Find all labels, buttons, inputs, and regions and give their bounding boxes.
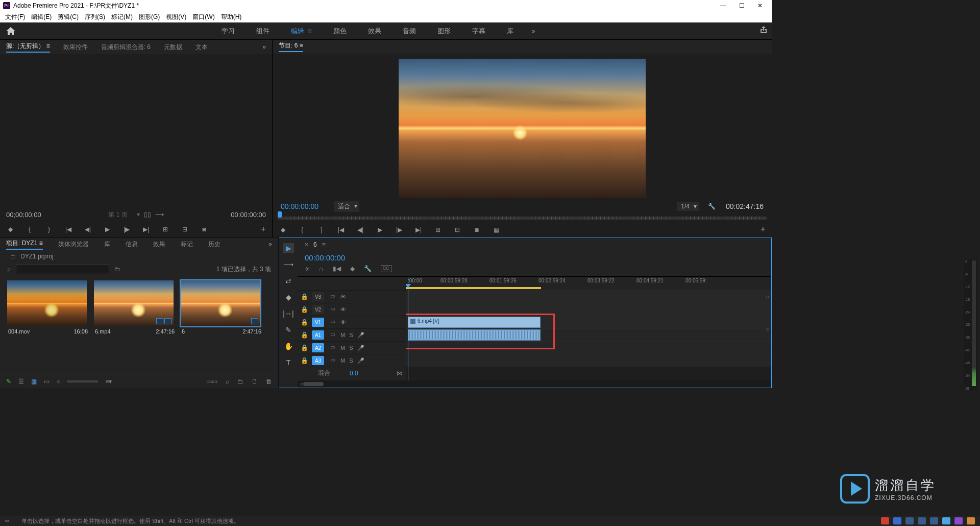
lock-icon[interactable]: 🔒 <box>301 293 308 300</box>
source-fit-icon3[interactable]: ⟶ <box>155 211 164 218</box>
track-a2[interactable] <box>406 341 771 354</box>
new-bin-icon[interactable]: 🗀 <box>114 266 120 273</box>
track-header-a1[interactable]: 🔒A1▭MS🎤 <box>298 328 406 341</box>
voice-over-icon[interactable]: 🎤 <box>357 357 364 364</box>
source-fit-icon2[interactable]: ▯▯ <box>144 211 151 218</box>
tab-audioclip-mixer[interactable]: 音频剪辑混合器: 6 <box>101 43 151 52</box>
automate-icon[interactable]: ▭▭ <box>206 378 217 385</box>
zoom-select[interactable]: 适合 <box>334 201 359 212</box>
tab-media-browser[interactable]: 媒体浏览器 <box>58 240 89 249</box>
marker-icon[interactable]: ◆ <box>350 265 355 272</box>
tab-project[interactable]: 项目: DYZ1 ≡ <box>6 239 43 250</box>
workspace-libraries[interactable]: 库 <box>507 27 513 36</box>
source-timecode-in[interactable]: 00;00;00;00 <box>6 211 41 219</box>
step-forward-icon[interactable]: |▶ <box>122 225 131 233</box>
go-to-in-icon[interactable]: |◀ <box>337 226 345 234</box>
cc-icon[interactable]: CC <box>381 265 391 272</box>
solo-icon[interactable]: S <box>349 345 353 351</box>
menu-view[interactable]: 视图(V) <box>166 13 186 21</box>
project-file[interactable]: DYZ1.prproj <box>20 253 54 260</box>
tab-libraries[interactable]: 库 <box>104 240 110 249</box>
tab-history[interactable]: 历史 <box>208 240 220 249</box>
track-v2[interactable] <box>406 303 771 316</box>
mark-out-icon[interactable]: } <box>317 226 326 234</box>
source-page-label[interactable]: 第 1 页 <box>108 210 127 219</box>
thumbnail-zoom-slider[interactable] <box>67 380 98 382</box>
add-marker-icon[interactable]: ◆ <box>279 226 287 234</box>
scrubber-playhead[interactable] <box>278 211 282 218</box>
search-input[interactable] <box>16 264 109 274</box>
bin-item[interactable]: 004.mov16;08 <box>7 280 89 337</box>
step-forward-icon[interactable]: |▶ <box>395 226 403 234</box>
lock-icon[interactable]: 🔒 <box>301 344 308 351</box>
step-back-icon[interactable]: ◀| <box>84 225 92 233</box>
delete-icon[interactable]: 🗑 <box>266 378 272 385</box>
mark-out-icon[interactable]: } <box>45 225 53 233</box>
work-area-bar[interactable] <box>406 287 541 289</box>
new-bin2-icon[interactable]: 🗀 <box>237 378 243 385</box>
source-patch-icon[interactable]: ▭ <box>328 331 336 339</box>
scroll-handle-icon[interactable]: ○ <box>766 326 769 333</box>
bin-item[interactable]: 62:47:16 <box>181 280 262 337</box>
comparison-icon[interactable]: ▦ <box>492 226 500 234</box>
voice-over-icon[interactable]: 🎤 <box>357 332 364 339</box>
tab-program[interactable]: 节目: 6 ≡ <box>279 41 303 52</box>
track-v1[interactable]: 6.mp4 [V] <box>406 316 771 328</box>
menu-graphics[interactable]: 图形(G) <box>139 13 160 21</box>
tab-source[interactable]: 源:（无剪辑） ≡ <box>6 42 50 53</box>
button-editor-icon[interactable]: + <box>260 224 266 235</box>
sort-icon[interactable]: ≡▾ <box>105 378 112 385</box>
track-header-a2[interactable]: 🔒A2▭MS🎤 <box>298 341 406 354</box>
maximize-button[interactable]: ☐ <box>738 2 745 9</box>
workspace-overflow[interactable]: » <box>532 28 535 35</box>
track-v3[interactable] <box>406 290 771 303</box>
ripple-edit-tool-icon[interactable]: ⇄ <box>283 276 294 286</box>
hand-tool-icon[interactable]: ✋ <box>283 341 294 351</box>
source-patch-icon[interactable]: ▭ <box>328 319 336 326</box>
insert-icon[interactable]: ⊞ <box>161 225 169 233</box>
video-clip[interactable]: 6.mp4 [V] <box>408 317 541 328</box>
program-monitor[interactable] <box>273 54 772 200</box>
track-label[interactable]: V1 <box>312 318 324 327</box>
selection-tool-icon[interactable]: ▶ <box>283 243 294 253</box>
step-back-icon[interactable]: ◀| <box>356 226 364 234</box>
workspace-editing[interactable]: 编辑 ≡ <box>291 27 312 36</box>
add-marker-icon[interactable]: ◆ <box>6 225 14 233</box>
zoom-slider-handle[interactable]: ○ <box>57 378 60 385</box>
button-editor-icon[interactable]: + <box>760 224 766 235</box>
lock-icon[interactable]: 🔒 <box>301 357 308 364</box>
snap-icon[interactable]: ⚹ <box>305 265 310 272</box>
solo-icon[interactable]: S <box>349 332 353 338</box>
menu-sequence[interactable]: 序列(S) <box>85 13 105 21</box>
tab-effects[interactable]: 效果 <box>153 240 165 249</box>
voice-over-icon[interactable]: 🎤 <box>357 345 364 351</box>
lock-icon[interactable]: 🔒 <box>301 319 308 326</box>
program-scrubber[interactable] <box>273 213 772 222</box>
menu-clip[interactable]: 剪辑(C) <box>58 13 79 21</box>
sequence-menu-icon[interactable]: ≡ <box>322 241 326 248</box>
tab-markers[interactable]: 标记 <box>181 240 193 249</box>
track-select-tool-icon[interactable]: ⟶ <box>283 259 294 270</box>
mix-track[interactable]: 混合0.0⋈ <box>298 367 406 379</box>
slip-tool-icon[interactable]: |↔| <box>283 308 294 319</box>
play-icon[interactable]: ▶ <box>103 225 111 233</box>
settings-icon[interactable]: 🔧 <box>708 203 716 210</box>
eye-icon[interactable]: 👁 <box>340 306 346 313</box>
source-tabs-overflow[interactable]: » <box>262 43 266 51</box>
resolution-select[interactable]: 1/4 <box>677 202 699 211</box>
scroll-thumb[interactable] <box>303 382 324 386</box>
lock-icon[interactable]: 🔒 <box>301 306 308 313</box>
track-label[interactable]: A3 <box>312 356 324 365</box>
list-view-icon[interactable]: ☰ <box>18 378 24 385</box>
source-patch-icon[interactable]: ▭ <box>328 306 336 313</box>
workspace-effects[interactable]: 效果 <box>368 27 381 36</box>
timeline-hscroll[interactable]: ○ <box>298 380 771 388</box>
source-patch-icon[interactable]: ▭ <box>328 357 336 364</box>
timeline-timecode[interactable]: 00:00:00:00 <box>305 253 345 262</box>
go-to-out-icon[interactable]: ▶| <box>414 226 423 234</box>
source-fit-icon[interactable]: ▾ <box>137 211 140 218</box>
timeline-settings-icon[interactable]: 🔧 <box>364 265 372 272</box>
sequence-name[interactable]: 6 <box>313 241 317 248</box>
scroll-handle-icon[interactable]: ○ <box>766 293 769 300</box>
close-sequence-icon[interactable]: × <box>305 241 308 248</box>
